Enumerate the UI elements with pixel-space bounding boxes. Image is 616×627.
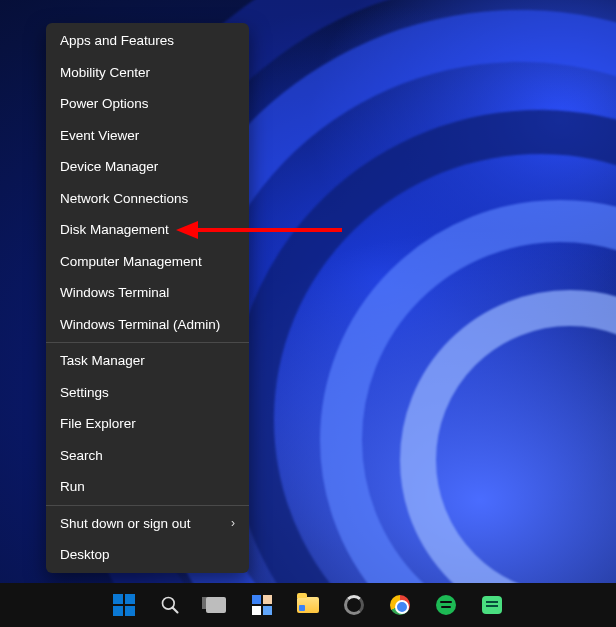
menu-item-label: Windows Terminal <box>60 285 169 300</box>
menu-task-manager[interactable]: Task Manager <box>46 345 249 377</box>
menu-disk-management[interactable]: Disk Management <box>46 214 249 246</box>
menu-shutdown-signout[interactable]: Shut down or sign out› <box>46 508 249 540</box>
menu-item-label: Windows Terminal (Admin) <box>60 317 220 332</box>
menu-power-options[interactable]: Power Options <box>46 88 249 120</box>
menu-item-label: Event Viewer <box>60 128 139 143</box>
task-view-icon <box>206 597 226 613</box>
windows-logo-icon <box>113 594 135 616</box>
menu-item-label: Disk Management <box>60 222 169 237</box>
menu-item-label: Task Manager <box>60 353 145 368</box>
menu-windows-terminal[interactable]: Windows Terminal <box>46 277 249 309</box>
taskbar <box>0 583 616 627</box>
menu-apps-and-features[interactable]: Apps and Features <box>46 25 249 57</box>
menu-item-label: Apps and Features <box>60 33 174 48</box>
menu-device-manager[interactable]: Device Manager <box>46 151 249 183</box>
spotify-button[interactable] <box>434 593 458 617</box>
winx-context-menu: Apps and FeaturesMobility CenterPower Op… <box>46 23 249 573</box>
menu-network-connections[interactable]: Network Connections <box>46 183 249 215</box>
menu-mobility-center[interactable]: Mobility Center <box>46 57 249 89</box>
spotify-icon <box>436 595 456 615</box>
menu-item-label: Run <box>60 479 85 494</box>
file-explorer-icon <box>297 597 319 613</box>
menu-item-label: Network Connections <box>60 191 188 206</box>
chevron-right-icon: › <box>231 517 235 529</box>
menu-windows-terminal-admin[interactable]: Windows Terminal (Admin) <box>46 309 249 341</box>
menu-item-label: Power Options <box>60 96 149 111</box>
menu-run[interactable]: Run <box>46 471 249 503</box>
menu-item-label: Shut down or sign out <box>60 516 191 531</box>
chrome-icon <box>390 595 410 615</box>
menu-item-label: Mobility Center <box>60 65 150 80</box>
widgets-icon <box>252 595 272 615</box>
menu-separator <box>46 342 249 343</box>
menu-item-label: Device Manager <box>60 159 158 174</box>
menu-event-viewer[interactable]: Event Viewer <box>46 120 249 152</box>
menu-item-label: File Explorer <box>60 416 136 431</box>
menu-file-explorer[interactable]: File Explorer <box>46 408 249 440</box>
menu-item-label: Desktop <box>60 547 110 562</box>
search-button[interactable] <box>158 593 182 617</box>
svg-line-3 <box>173 608 178 613</box>
chat-app-button[interactable] <box>480 593 504 617</box>
menu-item-label: Computer Management <box>60 254 202 269</box>
menu-item-label: Settings <box>60 385 109 400</box>
file-explorer-button[interactable] <box>296 593 320 617</box>
widgets-button[interactable] <box>250 593 274 617</box>
chat-icon <box>482 596 502 614</box>
menu-separator <box>46 505 249 506</box>
menu-computer-management[interactable]: Computer Management <box>46 246 249 278</box>
search-icon <box>160 595 180 615</box>
app-ring-button[interactable] <box>342 593 366 617</box>
task-view-button[interactable] <box>204 593 228 617</box>
ring-icon <box>344 595 364 615</box>
menu-item-label: Search <box>60 448 103 463</box>
menu-search[interactable]: Search <box>46 440 249 472</box>
start-button[interactable] <box>112 593 136 617</box>
menu-settings[interactable]: Settings <box>46 377 249 409</box>
menu-desktop[interactable]: Desktop <box>46 539 249 571</box>
chrome-button[interactable] <box>388 593 412 617</box>
